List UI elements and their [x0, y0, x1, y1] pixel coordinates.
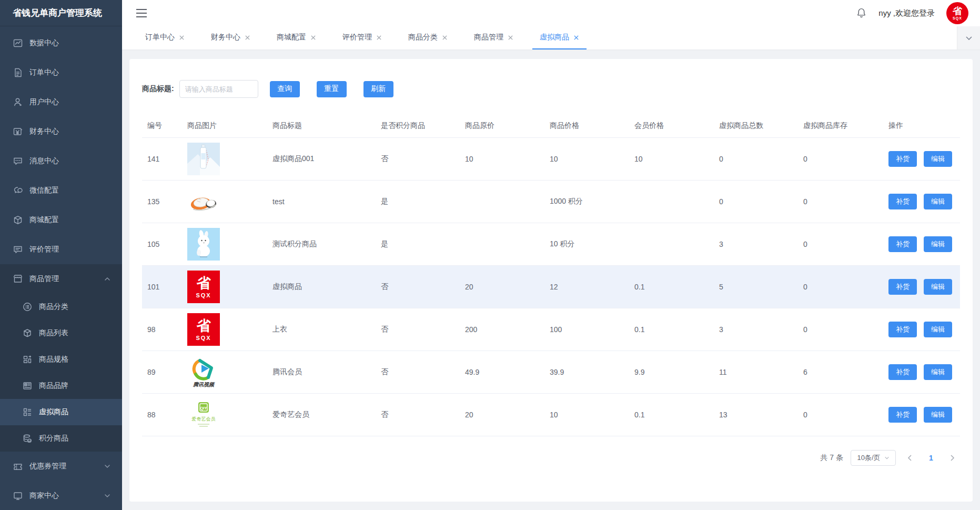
sidebar-item-finance[interactable]: 财务中心	[0, 117, 122, 146]
sidebar-item-document[interactable]: 订单中心	[0, 58, 122, 87]
edit-button[interactable]: 编辑	[924, 194, 952, 209]
page-number-1[interactable]: 1	[924, 451, 938, 465]
chart-icon	[13, 38, 23, 48]
reset-button[interactable]: 重置	[317, 81, 347, 97]
svg-text:QIY: QIY	[200, 406, 207, 411]
restock-button[interactable]: 补货	[888, 194, 917, 209]
pagination-total: 共 7 条	[820, 453, 843, 463]
topbar: nyy ,欢迎您登录 省 SQX	[122, 0, 980, 26]
tab-label: 商品分类	[408, 33, 438, 42]
tab-7[interactable]: 虚拟商品	[532, 26, 587, 49]
restock-button[interactable]: 补货	[888, 151, 917, 167]
finance-icon	[13, 127, 23, 136]
product-image-bottle	[187, 143, 220, 175]
cell-id: 105	[142, 240, 182, 248]
cell-price: 1000 积分	[544, 197, 629, 206]
query-button[interactable]: 查询	[270, 81, 300, 97]
tab-3[interactable]: 商城配置	[269, 26, 324, 49]
notification-bell-icon[interactable]	[856, 7, 867, 19]
tab-label: 虚拟商品	[540, 33, 569, 42]
edit-button[interactable]: 编辑	[924, 279, 952, 295]
sidebar-subitem-cube[interactable]: 商品列表	[0, 320, 122, 346]
sidebar-subitem-brand[interactable]: 商品品牌	[0, 373, 122, 399]
tab-close-icon[interactable]	[508, 35, 513, 41]
tab-close-icon[interactable]	[442, 35, 448, 41]
sidebar-subitem-spec[interactable]: 商品规格	[0, 346, 122, 373]
sidebar-item-box[interactable]: 商城配置	[0, 205, 122, 235]
tab-close-icon[interactable]	[376, 35, 382, 41]
sidebar-subitem-category[interactable]: 商品分类	[0, 294, 122, 320]
tab-close-icon[interactable]	[179, 35, 185, 41]
cell-is-points: 否	[376, 282, 460, 292]
prev-page-button[interactable]	[903, 451, 917, 465]
table-row-89[interactable]: 89腾讯视频腾讯会员否49.939.99.9116补货编辑	[142, 351, 960, 394]
cell-original-price: 20	[460, 411, 544, 419]
cell-title: 爱奇艺会员	[267, 410, 376, 419]
tab-2[interactable]: 财务中心	[204, 26, 258, 49]
tab-6[interactable]: 商品管理	[467, 26, 521, 49]
sidebar-item-chart[interactable]: 数据中心	[0, 28, 122, 58]
box-icon	[13, 215, 23, 225]
cell-is-points: 否	[376, 410, 460, 419]
sidebar-item-merchant[interactable]: 商家中心	[0, 481, 122, 510]
sidebar-item-comment[interactable]: 评价管理	[0, 235, 122, 264]
edit-button[interactable]: 编辑	[924, 151, 952, 167]
restock-button[interactable]: 补货	[888, 322, 917, 337]
tab-close-icon[interactable]	[245, 35, 250, 41]
hamburger-menu-icon[interactable]	[136, 8, 147, 18]
product-image-iqiyi-logo: QIY爱奇艺会员	[187, 398, 220, 431]
tab-1[interactable]: 订单中心	[138, 26, 192, 49]
sidebar-subitem-label: 积分商品	[39, 434, 68, 443]
sidebar-item-message[interactable]: 消息中心	[0, 146, 122, 176]
sidebar-subitem-virtual[interactable]: 虚拟商品	[0, 399, 122, 425]
restock-button[interactable]: 补货	[888, 236, 917, 252]
sidebar-subitem-label: 商品列表	[39, 328, 68, 338]
cell-member-price: 0.1	[629, 283, 714, 291]
search-input[interactable]	[179, 80, 258, 98]
next-page-button[interactable]	[945, 451, 959, 465]
restock-button[interactable]: 补货	[888, 279, 917, 295]
table-row-88[interactable]: 88QIY爱奇艺会员爱奇艺会员否20100.1130补货编辑	[142, 394, 960, 436]
table-row-135[interactable]: 135test是1000 积分00补货编辑	[142, 181, 960, 223]
refresh-button[interactable]: 刷新	[363, 81, 393, 97]
table-row-101[interactable]: 101省SQX虚拟商品否20120.150补货编辑	[142, 266, 960, 308]
message-icon	[13, 156, 23, 166]
sidebar-item-label: 消息中心	[29, 156, 59, 166]
cell-title: 虚拟商品001	[267, 154, 376, 164]
sidebar-item-wechat[interactable]: 微信配置	[0, 176, 122, 205]
tab-overflow-button[interactable]	[957, 26, 980, 49]
table-row-105[interactable]: 105测试积分商品是10 积分30补货编辑	[142, 223, 960, 266]
sidebar-item-shop[interactable]: 商品管理	[0, 264, 122, 294]
main-content: 商品标题: 查询 重置 刷新 编号商品图片商品标题是否积分商品商品原价商品价格会…	[122, 49, 980, 510]
table-header-row: 编号商品图片商品标题是否积分商品商品原价商品价格会员价格虚拟商品总数虚拟商品库存…	[142, 114, 960, 138]
user-avatar[interactable]: 省 SQX	[946, 2, 968, 24]
restock-button[interactable]: 补货	[888, 407, 917, 423]
edit-button[interactable]: 编辑	[924, 364, 952, 380]
tab-close-icon[interactable]	[573, 35, 579, 41]
sidebar-item-label: 商城配置	[29, 215, 59, 225]
tab-label: 财务中心	[211, 33, 240, 42]
restock-button[interactable]: 补货	[888, 364, 917, 380]
cell-actions: 补货编辑	[883, 279, 960, 295]
edit-button[interactable]: 编辑	[924, 322, 952, 337]
tab-close-icon[interactable]	[310, 35, 316, 41]
chevron-right-icon	[949, 455, 955, 461]
table-row-98[interactable]: 98省SQX上衣否2001000.130补货编辑	[142, 308, 960, 351]
sidebar-subitem-points[interactable]: 积分商品	[0, 425, 122, 452]
sidebar-item-label: 商品管理	[29, 274, 59, 284]
edit-button[interactable]: 编辑	[924, 236, 952, 252]
page-size-select[interactable]: 10条/页	[851, 450, 896, 466]
sidebar-item-user[interactable]: 用户中心	[0, 87, 122, 117]
page-size-value: 10条/页	[857, 453, 880, 463]
edit-button[interactable]: 编辑	[924, 407, 952, 423]
tab-4[interactable]: 评价管理	[335, 26, 389, 49]
cell-price: 39.9	[544, 368, 629, 376]
cell-virtual-total: 0	[714, 155, 798, 163]
cell-is-points: 是	[376, 197, 460, 206]
sidebar-item-label: 订单中心	[29, 68, 59, 77]
table-row-141[interactable]: 141虚拟商品001否10101000补货编辑	[142, 138, 960, 181]
cell-member-price: 0.1	[629, 411, 714, 419]
tab-5[interactable]: 商品分类	[401, 26, 455, 49]
column-header: 编号	[142, 121, 182, 131]
sidebar-item-coupon[interactable]: 优惠券管理	[0, 452, 122, 481]
